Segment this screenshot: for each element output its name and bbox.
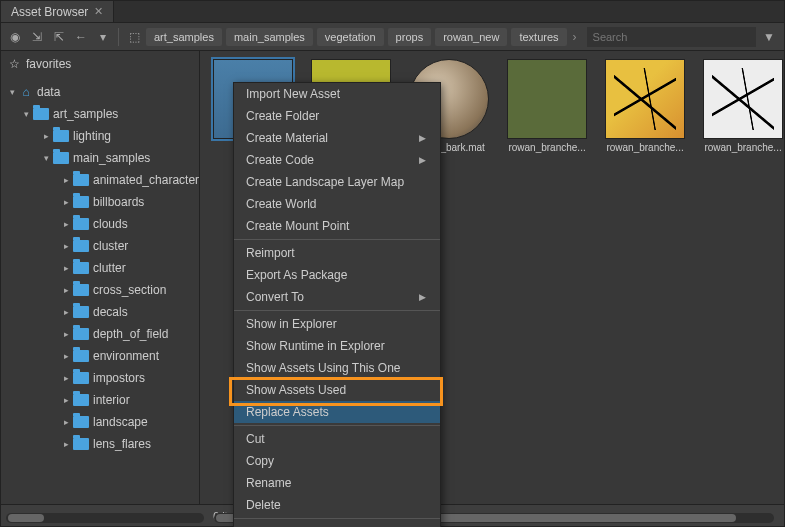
context-item[interactable]: Create Material▶ (234, 127, 440, 149)
context-item[interactable]: Rename (234, 472, 440, 494)
context-item[interactable]: Create Landscape Layer Map (234, 171, 440, 193)
folder-tree: ▾⌂data ▾art_samples ▸lighting ▾main_samp… (1, 77, 199, 504)
folder-icon (33, 108, 49, 120)
submenu-arrow-icon: ▶ (419, 292, 426, 302)
context-item[interactable]: Reimport (234, 242, 440, 264)
folder-icon (53, 152, 69, 164)
context-item[interactable]: Add To Favorites (234, 521, 440, 527)
tree-item[interactable]: ▸lens_flares (1, 433, 199, 455)
asset-item[interactable]: rowan_branche... (698, 59, 784, 153)
tree-lighting[interactable]: ▸lighting (1, 125, 199, 147)
context-separator (234, 425, 440, 426)
search-input[interactable] (593, 31, 750, 43)
crumb-more-icon[interactable]: › (571, 30, 579, 44)
crumb-2[interactable]: vegetation (317, 28, 384, 46)
tree-item[interactable]: ▸impostors (1, 367, 199, 389)
folder-icon (73, 174, 89, 186)
folder-icon (73, 284, 89, 296)
asset-thumbnail (605, 59, 685, 139)
folder-icon (53, 130, 69, 142)
home-icon: ⌂ (19, 85, 33, 99)
tree-item[interactable]: ▸animated_character (1, 169, 199, 191)
crumb-1[interactable]: main_samples (226, 28, 313, 46)
toolbar: ◉ ⇲ ⇱ ← ▾ ⬚ art_samples main_samples veg… (1, 23, 784, 51)
filter-icon[interactable]: ▼ (758, 27, 780, 47)
crumb-4[interactable]: rowan_new (435, 28, 507, 46)
context-separator (234, 239, 440, 240)
folder-icon (73, 438, 89, 450)
folder-icon (73, 196, 89, 208)
tree-collapse-icon[interactable]: ⇲ (27, 27, 47, 47)
context-item[interactable]: Create World (234, 193, 440, 215)
history-dropdown-icon[interactable]: ▾ (93, 27, 113, 47)
folder-icon (73, 262, 89, 274)
context-item[interactable]: Export As Package (234, 264, 440, 286)
level-up-icon[interactable]: ⬚ (124, 27, 144, 47)
tree-item[interactable]: ▸interior (1, 389, 199, 411)
folder-icon (73, 372, 89, 384)
tree-item[interactable]: ▸decals (1, 301, 199, 323)
folder-icon (73, 328, 89, 340)
back-icon[interactable]: ← (71, 27, 91, 47)
submenu-arrow-icon: ▶ (419, 133, 426, 143)
tree-expand-icon[interactable]: ⇱ (49, 27, 69, 47)
asset-thumbnail (507, 59, 587, 139)
crumb-0[interactable]: art_samples (146, 28, 222, 46)
context-separator (234, 518, 440, 519)
tab-title: Asset Browser (11, 5, 88, 19)
context-item[interactable]: Show Assets Used (234, 379, 440, 401)
tree-item[interactable]: ▸environment (1, 345, 199, 367)
context-item[interactable]: Copy (234, 450, 440, 472)
asset-item[interactable]: rowan_branche... (502, 59, 592, 153)
context-menu: Import New AssetCreate FolderCreate Mate… (233, 82, 441, 527)
context-replace-assets[interactable]: Replace Assets (234, 401, 440, 423)
folder-icon (73, 218, 89, 230)
folder-icon (73, 240, 89, 252)
tree-root[interactable]: ▾⌂data (1, 81, 199, 103)
folder-icon (73, 394, 89, 406)
favorites-row[interactable]: ☆ favorites (1, 51, 199, 77)
tree-main-samples[interactable]: ▾main_samples (1, 147, 199, 169)
context-item[interactable]: Create Code▶ (234, 149, 440, 171)
tree-item[interactable]: ▸cross_section (1, 279, 199, 301)
asset-thumbnail (703, 59, 783, 139)
sidebar-scrollbar[interactable] (6, 511, 204, 525)
tree-art-samples[interactable]: ▾art_samples (1, 103, 199, 125)
tree-item[interactable]: ▸landscape (1, 411, 199, 433)
context-item[interactable]: Delete (234, 494, 440, 516)
submenu-arrow-icon: ▶ (419, 155, 426, 165)
context-item[interactable]: Convert To▶ (234, 286, 440, 308)
context-item[interactable]: Create Mount Point (234, 215, 440, 237)
separator (118, 28, 119, 46)
tree-item[interactable]: ▸clouds (1, 213, 199, 235)
folder-icon (73, 350, 89, 362)
context-item[interactable]: Show Runtime in Explorer (234, 335, 440, 357)
search-box[interactable] (587, 27, 756, 47)
eye-icon[interactable]: ◉ (5, 27, 25, 47)
context-item[interactable]: Show in Explorer (234, 313, 440, 335)
crumb-5[interactable]: textures (511, 28, 566, 46)
sidebar: ☆ favorites ▾⌂data ▾art_samples ▸lightin… (1, 51, 200, 504)
star-icon: ☆ (9, 57, 20, 71)
folder-icon (73, 416, 89, 428)
tree-item[interactable]: ▸clutter (1, 257, 199, 279)
crumb-3[interactable]: props (388, 28, 432, 46)
tab-asset-browser[interactable]: Asset Browser ✕ (1, 1, 114, 22)
tree-item[interactable]: ▸cluster (1, 235, 199, 257)
context-separator (234, 310, 440, 311)
context-item[interactable]: Create Folder (234, 105, 440, 127)
asset-item[interactable]: rowan_branche... (600, 59, 690, 153)
tree-item[interactable]: ▸billboards (1, 191, 199, 213)
tree-item[interactable]: ▸depth_of_field (1, 323, 199, 345)
context-item[interactable]: Cut (234, 428, 440, 450)
close-icon[interactable]: ✕ (94, 5, 103, 18)
context-item[interactable]: Import New Asset (234, 83, 440, 105)
tab-bar: Asset Browser ✕ (1, 1, 784, 23)
favorites-label: favorites (26, 57, 71, 71)
context-item[interactable]: Show Assets Using This One (234, 357, 440, 379)
folder-icon (73, 306, 89, 318)
